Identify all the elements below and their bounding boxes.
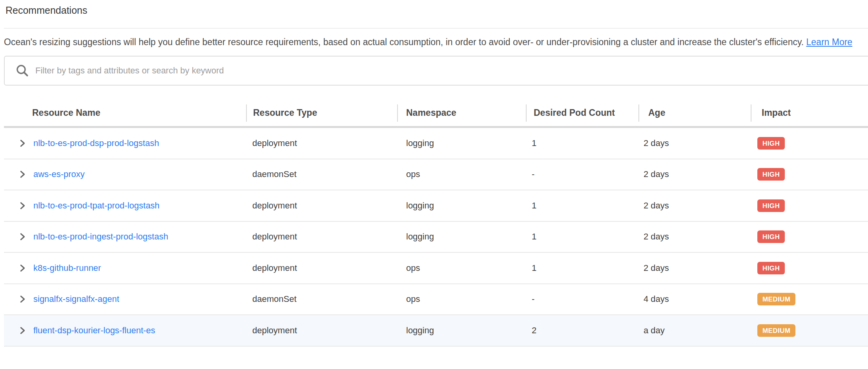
chevron-right-icon — [18, 201, 27, 210]
table-row: nlb-to-es-prod-dsp-prod-logstash deploym… — [4, 128, 868, 159]
pod-count-cell: 1 — [526, 232, 638, 242]
age-cell: 2 days — [638, 138, 751, 148]
age-cell: 4 days — [638, 294, 751, 304]
resource-name-cell: fluent-dsp-kourier-logs-fluent-es — [4, 325, 246, 336]
resource-type-cell: daemonSet — [246, 169, 397, 179]
chevron-right-icon — [18, 232, 27, 241]
namespace-cell: ops — [397, 294, 526, 304]
pod-count-cell: 1 — [526, 138, 638, 148]
resource-type-cell: deployment — [246, 325, 397, 336]
impact-cell: HIGH — [751, 168, 868, 181]
chevron-right-icon — [18, 170, 27, 179]
resource-name-link[interactable]: nlb-to-es-prod-ingest-prod-logstash — [33, 232, 168, 242]
expand-row-button[interactable] — [18, 139, 27, 148]
namespace-cell: ops — [397, 169, 526, 179]
search-input[interactable] — [35, 66, 868, 76]
expand-row-button[interactable] — [18, 201, 27, 210]
resource-name-cell: nlb-to-es-prod-ingest-prod-logstash — [4, 232, 246, 242]
age-cell: a day — [638, 325, 751, 336]
resource-type-cell: deployment — [246, 138, 397, 148]
impact-badge: HIGH — [757, 168, 785, 181]
table-body: nlb-to-es-prod-dsp-prod-logstash deploym… — [4, 128, 868, 347]
resource-name-cell: signalfx-signalfx-agent — [4, 294, 246, 304]
age-cell: 2 days — [638, 169, 751, 179]
chevron-right-icon — [18, 264, 27, 272]
table-row: nlb-to-es-prod-ingest-prod-logstash depl… — [4, 222, 868, 253]
expand-row-button[interactable] — [18, 294, 27, 304]
learn-more-link[interactable]: Learn More — [806, 37, 853, 47]
column-header-age: Age — [638, 100, 751, 126]
age-cell: 2 days — [638, 232, 751, 242]
resource-type-cell: daemonSet — [246, 294, 397, 304]
pod-count-cell: 2 — [526, 325, 638, 336]
impact-badge: MEDIUM — [757, 324, 795, 337]
resource-type-cell: deployment — [246, 263, 397, 273]
resource-name-link[interactable]: aws-es-proxy — [33, 169, 85, 179]
column-header-resource-type: Resource Type — [246, 100, 397, 126]
resource-name-link[interactable]: k8s-github-runner — [33, 263, 101, 273]
pod-count-cell: - — [526, 294, 638, 304]
namespace-cell: ops — [397, 263, 526, 273]
table-row: fluent-dsp-kourier-logs-fluent-es deploy… — [4, 315, 868, 347]
age-cell: 2 days — [638, 263, 751, 273]
resource-name-link[interactable]: nlb-to-es-prod-dsp-prod-logstash — [33, 138, 159, 148]
impact-badge: HIGH — [757, 137, 785, 150]
column-header-resource-name: Resource Name — [4, 100, 246, 126]
table-header-row: Resource Name Resource Type Namespace De… — [4, 100, 868, 128]
resource-name-link[interactable]: signalfx-signalfx-agent — [33, 294, 119, 304]
impact-badge: MEDIUM — [757, 293, 795, 305]
resource-name-cell: nlb-to-es-prod-dsp-prod-logstash — [4, 138, 246, 148]
page-description: Ocean's resizing suggestions will help y… — [4, 35, 864, 49]
impact-badge: HIGH — [757, 199, 785, 212]
impact-cell: MEDIUM — [751, 293, 868, 305]
resource-name-cell: k8s-github-runner — [4, 263, 246, 273]
filter-search-box[interactable] — [4, 56, 868, 86]
resource-type-cell: deployment — [246, 232, 397, 242]
resource-name-link[interactable]: fluent-dsp-kourier-logs-fluent-es — [33, 325, 155, 336]
resource-type-cell: deployment — [246, 201, 397, 211]
resource-name-link[interactable]: nlb-to-es-prod-tpat-prod-logstash — [33, 201, 160, 211]
impact-cell: HIGH — [751, 137, 868, 150]
search-icon — [16, 64, 29, 77]
impact-cell: HIGH — [751, 262, 868, 274]
namespace-cell: logging — [397, 138, 526, 148]
table-row: nlb-to-es-prod-tpat-prod-logstash deploy… — [4, 190, 868, 222]
impact-cell: MEDIUM — [751, 324, 868, 337]
expand-row-button[interactable] — [18, 232, 27, 241]
chevron-right-icon — [18, 326, 27, 335]
column-header-desired-pod-count: Desired Pod Count — [526, 100, 638, 126]
description-text: Ocean's resizing suggestions will help y… — [4, 37, 804, 47]
title-divider — [4, 28, 868, 29]
recommendations-table: Resource Name Resource Type Namespace De… — [4, 100, 868, 347]
pod-count-cell: 1 — [526, 263, 638, 273]
namespace-cell: logging — [397, 232, 526, 242]
column-header-namespace: Namespace — [397, 100, 526, 126]
recommendations-page: Recommendations Ocean's resizing suggest… — [0, 0, 868, 369]
impact-cell: HIGH — [751, 199, 868, 212]
table-row: k8s-github-runner deployment ops 1 2 day… — [4, 253, 868, 284]
impact-badge: HIGH — [757, 262, 785, 274]
page-title: Recommendations — [5, 4, 868, 16]
table-row: signalfx-signalfx-agent daemonSet ops - … — [4, 284, 868, 316]
table-row: aws-es-proxy daemonSet ops - 2 days HIGH — [4, 159, 868, 191]
expand-row-button[interactable] — [18, 326, 27, 335]
pod-count-cell: 1 — [526, 201, 638, 211]
column-header-impact: Impact — [751, 100, 868, 126]
pod-count-cell: - — [526, 169, 638, 179]
impact-cell: HIGH — [751, 230, 868, 243]
resource-name-cell: nlb-to-es-prod-tpat-prod-logstash — [4, 201, 246, 211]
expand-row-button[interactable] — [18, 170, 27, 179]
impact-badge: HIGH — [757, 230, 785, 243]
age-cell: 2 days — [638, 201, 751, 211]
chevron-right-icon — [18, 295, 27, 303]
chevron-right-icon — [18, 139, 27, 148]
namespace-cell: logging — [397, 201, 526, 211]
namespace-cell: logging — [397, 325, 526, 336]
expand-row-button[interactable] — [18, 263, 27, 273]
resource-name-cell: aws-es-proxy — [4, 169, 246, 179]
